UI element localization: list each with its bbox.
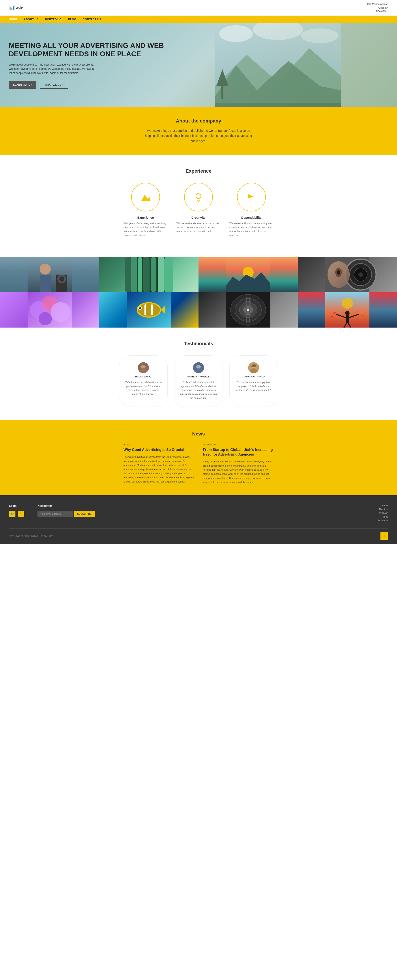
svg-rect-63 <box>246 319 251 319</box>
experience-section: Experience Experience With years of mark… <box>0 155 397 257</box>
gallery-item-1[interactable] <box>99 257 198 292</box>
hero-title: MEETING ALL YOUR ADVERTISING AND WEB DEV… <box>9 41 218 58</box>
testimonial-card-1: ANTHONY POWELL "...I can't tell you how … <box>174 355 223 407</box>
nav-about[interactable]: ABOUT US <box>24 18 39 21</box>
experience-icon-0 <box>131 183 160 212</box>
gallery-item-7[interactable] <box>298 292 397 328</box>
svg-rect-26 <box>164 257 173 292</box>
hero-section: MEETING ALL YOUR ADVERTISING AND WEB DEV… <box>0 23 397 107</box>
what-we-do-button[interactable]: WHAT WE DO › <box>40 81 68 89</box>
hero-content: MEETING ALL YOUR ADVERTISING AND WEB DEV… <box>9 41 218 89</box>
testimonial-name-2: CAROL PATTERSON <box>235 375 272 378</box>
gallery-item-3[interactable] <box>298 257 397 292</box>
news-item-1: 26 November From Startup to Global: Utah… <box>203 444 273 484</box>
experience-item-title-0: Experience <box>137 216 154 220</box>
avatar-carol <box>248 362 259 373</box>
footer-top: Social 🐦 f Newsletter SUBSCRIBE Home Abo… <box>9 504 388 522</box>
experience-item-desc-1: With several Addy awards in our pocket, … <box>176 222 221 233</box>
testimonials-title: Testimonials <box>9 341 388 347</box>
newsletter-form: SUBSCRIBE <box>38 511 95 517</box>
experience-item-0: Experience With years of marketing and a… <box>124 183 168 237</box>
testimonial-name-0: HELEN WOOD <box>125 375 162 378</box>
news-text-1: Every business has to start somewhere. I… <box>203 460 273 484</box>
testimonial-card-0: HELEN WOOD "I think about our relationsh… <box>119 355 168 407</box>
testimonial-name-1: ANTHONY POWELL <box>180 375 217 378</box>
svg-rect-47 <box>151 304 153 315</box>
facebook-icon[interactable]: f <box>17 511 24 517</box>
gallery-item-0[interactable] <box>0 257 99 292</box>
svg-rect-61 <box>246 310 251 310</box>
experience-item-title-2: Dependability <box>241 216 262 220</box>
about-section: About the company We make things that su… <box>0 107 397 155</box>
logo[interactable]: 📊 adv <box>9 5 23 11</box>
site-footer: Social 🐦 f Newsletter SUBSCRIBE Home Abo… <box>0 495 397 544</box>
svg-rect-11 <box>248 194 248 202</box>
experience-icon-1 <box>184 183 213 212</box>
footer-copyright: Adv © 2016 All rights reserved. Privacy … <box>9 535 53 537</box>
svg-marker-12 <box>248 194 254 198</box>
address-line1: 8901 Marmora Road <box>366 3 388 5</box>
experience-item-title-1: Creativity <box>191 216 206 220</box>
svg-rect-6 <box>215 103 341 107</box>
testimonial-card-2: CAROL PATTERSON "You've done an amazing … <box>229 355 278 407</box>
svg-point-66 <box>345 311 349 315</box>
experience-item-desc-2: We feel reliability and dependability ar… <box>229 222 273 237</box>
gallery-item-5[interactable] <box>99 292 198 328</box>
about-description: We make things that surprise and delight… <box>143 128 254 144</box>
footer-link-contact[interactable]: Contact us <box>376 519 388 522</box>
svg-rect-24 <box>151 257 156 292</box>
social-title: Social <box>9 504 24 508</box>
news-title-0: Why Good Advertising is So Crucial <box>124 448 194 452</box>
svg-point-42 <box>39 312 52 325</box>
twitter-icon[interactable]: 🐦 <box>9 511 16 517</box>
footer-link-home[interactable]: Home <box>376 504 388 507</box>
newsletter-input[interactable] <box>38 511 73 517</box>
news-section: News 9 June Why Good Advertising is So C… <box>0 420 397 495</box>
svg-rect-25 <box>158 257 164 292</box>
gallery-item-4[interactable] <box>0 292 99 328</box>
news-title-1: From Startup to Global: Utah's Increasin… <box>203 448 273 457</box>
avatar-anthony <box>193 362 204 373</box>
learn-more-button[interactable]: LEARN MORE › <box>9 81 37 89</box>
footer-link-portfolio[interactable]: Portfolio <box>376 512 388 514</box>
site-header: 📊 adv 8901 Marmora Road Glasgow, D04 89G… <box>0 0 397 16</box>
footer-link-blog[interactable]: Blog <box>376 515 388 518</box>
subscribe-button[interactable]: SUBSCRIBE <box>74 511 95 517</box>
scroll-top-button[interactable]: ↑ <box>380 532 388 540</box>
footer-links: Home About us Portfolio Blog Contact us <box>376 504 388 522</box>
footer-social: Social 🐦 f <box>9 504 24 522</box>
news-grid: 9 June Why Good Advertising is So Crucia… <box>9 444 388 484</box>
news-title: News <box>9 431 388 437</box>
svg-rect-59 <box>246 301 251 302</box>
nav-portfolio[interactable]: PORTFOLIO <box>45 18 62 21</box>
svg-rect-15 <box>40 275 51 292</box>
news-date-1: 26 November <box>203 444 273 446</box>
nav-blog[interactable]: BLOG <box>68 18 76 21</box>
svg-point-41 <box>51 302 71 322</box>
testimonials-section: Testimonials HELEN WOOD "I think about o… <box>0 328 397 420</box>
gallery-section <box>0 257 397 328</box>
nav-home[interactable]: HOME <box>9 18 17 21</box>
svg-point-37 <box>337 270 340 275</box>
svg-rect-21 <box>131 257 137 292</box>
address-line3: D04 89GK. <box>376 10 388 13</box>
footer-link-about[interactable]: About us <box>376 508 388 511</box>
svg-point-1 <box>219 25 253 42</box>
svg-point-14 <box>40 264 51 275</box>
gallery-item-6[interactable] <box>198 292 298 328</box>
footer-bottom: Adv © 2016 All rights reserved. Privacy … <box>9 528 388 540</box>
nav-contact[interactable]: CONTACT US <box>83 18 101 21</box>
svg-rect-22 <box>138 257 142 292</box>
news-text-0: The word "advertising" comes from the Ol… <box>124 455 194 484</box>
svg-marker-10 <box>141 195 151 201</box>
svg-point-18 <box>59 276 64 282</box>
experience-item-1: Creativity With several Addy awards in o… <box>176 183 221 237</box>
svg-point-3 <box>301 28 339 43</box>
svg-rect-62 <box>246 314 251 315</box>
logo-text: adv <box>16 5 23 10</box>
experience-title: Experience <box>9 168 388 174</box>
address-line2: Glasgow, <box>378 6 388 9</box>
gallery-item-2[interactable] <box>198 257 298 292</box>
svg-rect-20 <box>125 257 131 292</box>
testimonial-text-2: "You've done an amazing job on our proje… <box>235 380 272 392</box>
